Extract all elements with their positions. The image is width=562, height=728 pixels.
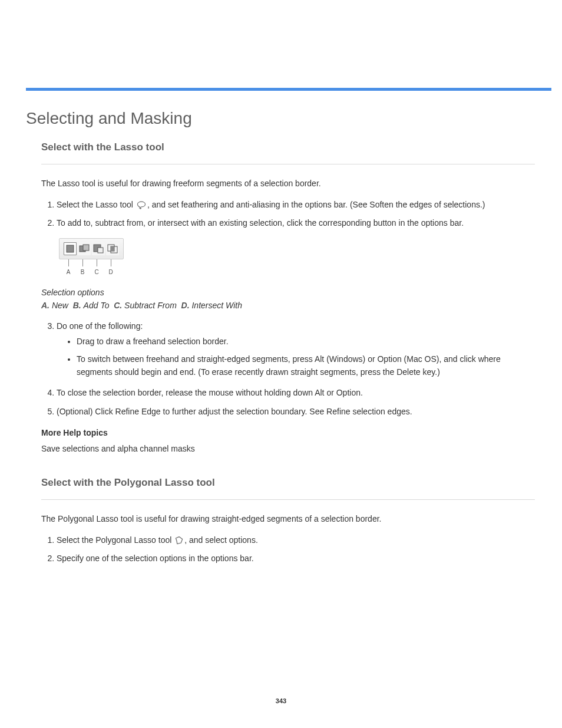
step-3: Do one of the following: Drag to draw a …	[57, 320, 535, 378]
header-rule	[26, 88, 551, 91]
svg-rect-2	[83, 245, 89, 251]
palette-label-d: D	[108, 268, 113, 277]
section-title: Select with the Polygonal Lasso tool	[41, 477, 535, 489]
steps-list: Select the Polygonal Lasso tool , and se…	[41, 534, 535, 565]
step-3-bullets: Drag to draw a freehand selection border…	[57, 335, 535, 378]
see-also-link[interactable]: Save selections and alpha channel masks	[41, 443, 535, 456]
section-title: Select with the Lasso tool	[41, 141, 535, 153]
section-body: The Polygonal Lasso tool is useful for d…	[41, 513, 535, 565]
lasso-icon	[136, 200, 147, 210]
step-1-post: , and select options.	[184, 535, 258, 545]
palette-caption: Selection options A. New B. Add To C. Su…	[41, 286, 535, 312]
content: Select with the Lasso tool The Lasso too…	[41, 141, 535, 574]
new-selection-button[interactable]	[64, 242, 77, 255]
step-2: To add to, subtract from, or intersect w…	[57, 217, 535, 230]
step-1-pre: Select the Polygonal Lasso tool	[57, 535, 171, 545]
polygonal-lasso-icon	[174, 536, 184, 545]
intersect-with-selection-button[interactable]	[106, 242, 119, 255]
step-1-post: , and set feathering and anti-aliasing i…	[147, 200, 485, 209]
step-5: (Optional) Click Refine Edge to further …	[57, 406, 535, 419]
section-divider	[41, 164, 535, 164]
selection-options-figure: A B C D	[59, 238, 535, 276]
selection-options-bar	[59, 238, 124, 259]
svg-rect-7	[111, 246, 114, 251]
intro-text: The Lasso tool is useful for drawing fre…	[41, 177, 535, 190]
step-4: To close the selection border, release t…	[57, 387, 535, 400]
steps-list-cont: Do one of the following: Drag to draw a …	[41, 320, 535, 418]
palette-label-b: B	[81, 268, 85, 277]
page-title: Selecting and Masking	[26, 109, 192, 128]
legend-b: Add To	[84, 301, 110, 310]
subtract-from-selection-button[interactable]	[92, 242, 105, 255]
section-polygonal: Select with the Polygonal Lasso tool The…	[41, 477, 535, 565]
step-2: Specify one of the selection options in …	[57, 552, 535, 565]
svg-rect-4	[98, 248, 103, 253]
step-1-pre: Select the Lasso tool	[57, 200, 133, 209]
palette-labels: A B C D	[64, 259, 130, 276]
palette-caption-label: Selection options	[41, 288, 104, 297]
intro-text: The Polygonal Lasso tool is useful for d…	[41, 513, 535, 526]
bullet-1: Drag to draw a freehand selection border…	[77, 335, 535, 348]
palette-legend: A. New B. Add To C. Subtract From D. Int…	[41, 301, 242, 310]
steps-list: Select the Lasso tool , and set featheri…	[41, 199, 535, 230]
page-number: 343	[0, 697, 562, 704]
legend-c: Subtract From	[124, 301, 177, 310]
step-1: Select the Lasso tool , and set featheri…	[57, 199, 535, 212]
step-3-lead: Do one of the following:	[57, 321, 143, 331]
legend-d: Intersect With	[191, 301, 242, 310]
see-also-heading: More Help topics	[41, 427, 535, 440]
add-to-selection-button[interactable]	[78, 242, 91, 255]
step-1: Select the Polygonal Lasso tool , and se…	[57, 534, 535, 547]
section-lasso: Select with the Lasso tool The Lasso too…	[41, 141, 535, 456]
section-divider	[41, 499, 535, 500]
legend-a: New	[52, 301, 68, 310]
svg-rect-0	[67, 245, 74, 252]
section-body: The Lasso tool is useful for drawing fre…	[41, 177, 535, 456]
page: Selecting and Masking Select with the La…	[0, 0, 562, 728]
palette-label-a: A	[67, 268, 71, 277]
palette-label-c: C	[94, 268, 98, 277]
bullet-2: To switch between freehand and straight-…	[77, 353, 535, 378]
